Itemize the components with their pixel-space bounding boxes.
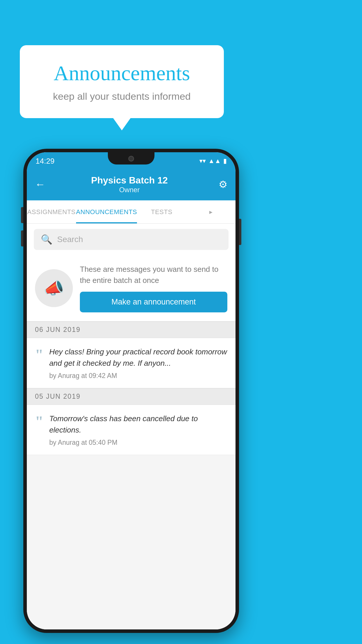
make-announcement-button[interactable]: Make an announcement (80, 292, 227, 312)
tab-assignments-label: ASSIGNMENTS (27, 208, 76, 216)
search-input-placeholder[interactable]: Search (57, 235, 83, 244)
power-button[interactable] (239, 219, 241, 245)
camera (128, 156, 134, 162)
quote-icon-2: " (35, 414, 43, 447)
back-button[interactable]: ← (35, 178, 45, 190)
tab-assignments[interactable]: ASSIGNMENTS (27, 200, 76, 223)
announcement-author-1: by Anurag at 09:42 AM (49, 372, 227, 380)
announcement-intro-card: 📣 These are messages you want to send to… (27, 255, 236, 321)
search-container: 🔍 Search (27, 224, 236, 255)
announcement-author-2: by Anurag at 05:40 PM (49, 439, 227, 447)
app-bar-title-area: Physics Batch 12 Owner (51, 175, 208, 194)
announcement-description: These are messages you want to send to t… (80, 264, 227, 286)
search-icon: 🔍 (41, 234, 52, 245)
megaphone-icon: 📣 (44, 279, 64, 298)
settings-button[interactable]: ⚙ (219, 178, 227, 190)
phone-content: 14:29 ▾▾ ▲▲ ▮ ← Physics Batch 12 Owner ⚙ (27, 152, 236, 629)
bubble-subtitle: keep all your students informed (37, 91, 206, 102)
wifi-icon: ▾▾ (199, 157, 206, 165)
date-separator-1: 06 JUN 2019 (27, 321, 236, 338)
tab-more-label: ▸ (209, 208, 213, 216)
announcement-message-2: Tomorrow's class has been cancelled due … (49, 413, 227, 436)
announcement-text-2: Tomorrow's class has been cancelled due … (49, 413, 227, 447)
bubble-title: Announcements (37, 61, 206, 85)
phone-screen: 14:29 ▾▾ ▲▲ ▮ ← Physics Batch 12 Owner ⚙ (27, 152, 236, 629)
speech-bubble: Announcements keep all your students inf… (20, 45, 224, 118)
tab-announcements-label: ANNOUNCEMENTS (76, 208, 137, 216)
volume-up-button[interactable] (21, 207, 23, 223)
announcement-item-1[interactable]: " Hey class! Bring your practical record… (27, 338, 236, 388)
tab-tests[interactable]: TESTS (137, 200, 186, 223)
speech-bubble-container: Announcements keep all your students inf… (20, 45, 224, 118)
date-separator-2: 05 JUN 2019 (27, 388, 236, 405)
app-bar-title: Physics Batch 12 (51, 175, 208, 186)
status-icons: ▾▾ ▲▲ ▮ (199, 157, 227, 165)
search-bar[interactable]: 🔍 Search (34, 229, 229, 250)
app-bar: ← Physics Batch 12 Owner ⚙ (27, 168, 236, 200)
volume-down-button[interactable] (21, 230, 23, 246)
tab-more[interactable]: ▸ (186, 200, 236, 223)
notch (108, 152, 154, 164)
phone-mockup: 14:29 ▾▾ ▲▲ ▮ ← Physics Batch 12 Owner ⚙ (23, 149, 239, 633)
date-separator-2-label: 05 JUN 2019 (35, 393, 80, 400)
announcement-text-1: Hey class! Bring your practical record b… (49, 346, 227, 380)
announcement-message-1: Hey class! Bring your practical record b… (49, 346, 227, 369)
tab-announcements[interactable]: ANNOUNCEMENTS (76, 200, 137, 223)
app-bar-subtitle: Owner (51, 186, 208, 194)
quote-icon-1: " (35, 347, 43, 380)
megaphone-icon-circle: 📣 (35, 269, 73, 307)
announcement-intro-right: These are messages you want to send to t… (80, 264, 227, 312)
content-area: 🔍 Search 📣 These are messages you want t… (27, 224, 236, 629)
status-time: 14:29 (36, 157, 55, 166)
date-separator-1-label: 06 JUN 2019 (35, 326, 80, 333)
phone-outer: 14:29 ▾▾ ▲▲ ▮ ← Physics Batch 12 Owner ⚙ (23, 149, 239, 633)
tab-tests-label: TESTS (151, 208, 172, 216)
tabs-bar: ASSIGNMENTS ANNOUNCEMENTS TESTS ▸ (27, 200, 236, 224)
announcement-item-2[interactable]: " Tomorrow's class has been cancelled du… (27, 405, 236, 455)
signal-icon: ▲▲ (208, 157, 221, 165)
battery-icon: ▮ (223, 157, 227, 165)
